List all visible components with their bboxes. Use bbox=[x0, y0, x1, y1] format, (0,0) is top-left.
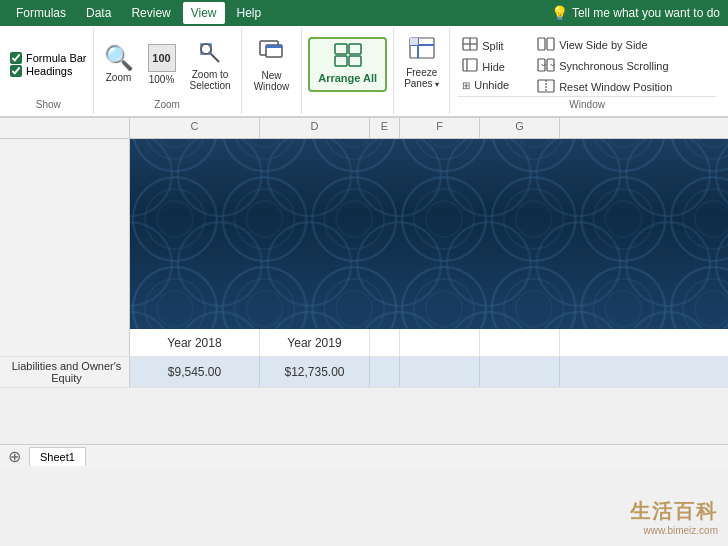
hide-icon bbox=[462, 58, 478, 75]
sheet-tab[interactable]: Sheet1 bbox=[29, 447, 86, 466]
synchronous-scrolling-button[interactable]: Synchronous Scrolling bbox=[533, 57, 676, 75]
spreadsheet-image-area bbox=[0, 139, 728, 329]
synchronous-scrolling-label: Synchronous Scrolling bbox=[559, 60, 668, 72]
headings-checkbox[interactable] bbox=[10, 65, 22, 77]
headings-label: Headings bbox=[26, 65, 72, 77]
zoom-icon: 🔍 bbox=[104, 46, 134, 70]
zoom-100-label: 100% bbox=[149, 74, 175, 85]
reset-window-position-icon bbox=[537, 79, 555, 95]
svg-rect-17 bbox=[463, 59, 477, 71]
new-window-group-label bbox=[270, 97, 273, 110]
reset-window-position-label: Reset Window Position bbox=[559, 81, 672, 93]
col-header-c: C bbox=[130, 118, 260, 138]
svg-rect-9 bbox=[349, 56, 361, 66]
zoom-selection-button[interactable]: Zoom toSelection bbox=[186, 37, 235, 93]
col-header-d: D bbox=[260, 118, 370, 138]
menu-bar: Formulas Data Review View Help 💡 Tell me… bbox=[0, 0, 728, 26]
hide-label: Hide bbox=[482, 61, 505, 73]
new-window-icon bbox=[258, 36, 284, 68]
col-header-e: E bbox=[370, 118, 400, 138]
year-2018-cell: Year 2018 bbox=[130, 329, 260, 356]
show-group: Formula Bar Headings Show bbox=[4, 28, 94, 114]
menu-item-review[interactable]: Review bbox=[123, 2, 178, 24]
spreadsheet-area: C D E F G bbox=[0, 118, 728, 468]
svg-rect-19 bbox=[538, 38, 545, 50]
value-2019-cell: $12,735.00 bbox=[260, 357, 370, 387]
zoom-group: 🔍 Zoom 100 100% Zoom toSelection bbox=[94, 28, 242, 114]
arrange-all-group: Arrange All bbox=[302, 28, 394, 114]
svg-rect-13 bbox=[410, 38, 418, 45]
year-row-num bbox=[0, 329, 130, 356]
formula-bar-checkbox[interactable] bbox=[10, 52, 22, 64]
value-row-label: Liabilities and Owner's Equity bbox=[0, 357, 130, 387]
col-g-value bbox=[480, 357, 560, 387]
menu-item-formulas[interactable]: Formulas bbox=[8, 2, 74, 24]
col-e-year bbox=[370, 329, 400, 356]
col-header-f: F bbox=[400, 118, 480, 138]
sheet-tab-area: ⊕ Sheet1 bbox=[0, 444, 728, 468]
row-header-spacer bbox=[0, 118, 130, 138]
watermark: 生活百科 www.bimeiz.com bbox=[630, 498, 718, 536]
formula-bar-label: Formula Bar bbox=[26, 52, 87, 64]
menu-item-help[interactable]: Help bbox=[229, 2, 270, 24]
add-sheet-button[interactable]: ⊕ bbox=[4, 447, 25, 466]
freeze-panes-label: FreezePanes ▾ bbox=[404, 67, 439, 89]
lightbulb-icon: 💡 bbox=[551, 5, 568, 21]
window-left-items: Split Hide ⊞ Unhide bbox=[458, 32, 513, 96]
ribbon: Formula Bar Headings Show 🔍 Zoom 100 100… bbox=[0, 26, 728, 118]
unhide-button[interactable]: ⊞ Unhide bbox=[458, 78, 513, 92]
menu-item-view[interactable]: View bbox=[183, 2, 225, 24]
col-f-year bbox=[400, 329, 480, 356]
year-row: Year 2018 Year 2019 bbox=[0, 329, 728, 357]
formula-bar-checkbox-row[interactable]: Formula Bar bbox=[10, 52, 87, 64]
new-window-group: NewWindow bbox=[242, 28, 303, 114]
zoom-100-button[interactable]: 100 100% bbox=[144, 42, 180, 87]
freeze-panes-group: FreezePanes ▾ bbox=[394, 28, 450, 114]
window-group-label: Window bbox=[458, 96, 716, 110]
svg-point-2 bbox=[201, 44, 211, 54]
freeze-panes-group-label bbox=[420, 97, 423, 110]
year-2019-cell: Year 2019 bbox=[260, 329, 370, 356]
hide-button[interactable]: Hide bbox=[458, 57, 513, 76]
window-right-items: View Side by Side Synchronous Scro bbox=[533, 32, 676, 96]
search-bar[interactable]: 💡 Tell me what you want to do bbox=[551, 5, 720, 21]
arrange-all-icon bbox=[334, 43, 362, 70]
new-window-button[interactable]: NewWindow bbox=[248, 32, 296, 96]
window-group: Split Hide ⊞ Unhide bbox=[450, 28, 724, 114]
svg-line-1 bbox=[211, 54, 219, 62]
split-button[interactable]: Split bbox=[458, 36, 513, 55]
svg-rect-6 bbox=[335, 44, 347, 54]
arrange-all-group-label bbox=[346, 97, 349, 110]
view-side-by-side-label: View Side by Side bbox=[559, 39, 647, 51]
row-side-spacer bbox=[0, 139, 130, 329]
split-label: Split bbox=[482, 40, 503, 52]
search-label: Tell me what you want to do bbox=[572, 6, 720, 20]
new-window-label: NewWindow bbox=[254, 70, 290, 92]
col-g-year bbox=[480, 329, 560, 356]
svg-rect-8 bbox=[335, 56, 347, 66]
col-e-value bbox=[370, 357, 400, 387]
col-header-g: G bbox=[480, 118, 560, 138]
col-headers: C D E F G bbox=[0, 118, 728, 139]
unhide-icon: ⊞ bbox=[462, 80, 470, 91]
headings-checkbox-row[interactable]: Headings bbox=[10, 65, 72, 77]
zoom-selection-icon bbox=[196, 39, 224, 67]
freeze-panes-button[interactable]: FreezePanes ▾ bbox=[400, 32, 443, 93]
reset-window-position-button[interactable]: Reset Window Position bbox=[533, 78, 676, 96]
arrange-all-button[interactable]: Arrange All bbox=[308, 37, 387, 91]
wave-pattern bbox=[130, 139, 728, 329]
zoom-label: Zoom bbox=[106, 72, 132, 83]
view-side-by-side-button[interactable]: View Side by Side bbox=[533, 36, 676, 54]
unhide-label: Unhide bbox=[474, 79, 509, 91]
svg-rect-36 bbox=[130, 139, 728, 329]
svg-rect-7 bbox=[349, 44, 361, 54]
spreadsheet-background bbox=[130, 139, 728, 329]
value-2018-cell: $9,545.00 bbox=[130, 357, 260, 387]
zoom-button[interactable]: 🔍 Zoom bbox=[100, 44, 138, 85]
svg-rect-5 bbox=[266, 45, 282, 48]
freeze-panes-icon bbox=[408, 36, 436, 65]
split-icon bbox=[462, 37, 478, 54]
svg-rect-20 bbox=[547, 38, 554, 50]
watermark-url: www.bimeiz.com bbox=[630, 525, 718, 536]
menu-item-data[interactable]: Data bbox=[78, 2, 119, 24]
